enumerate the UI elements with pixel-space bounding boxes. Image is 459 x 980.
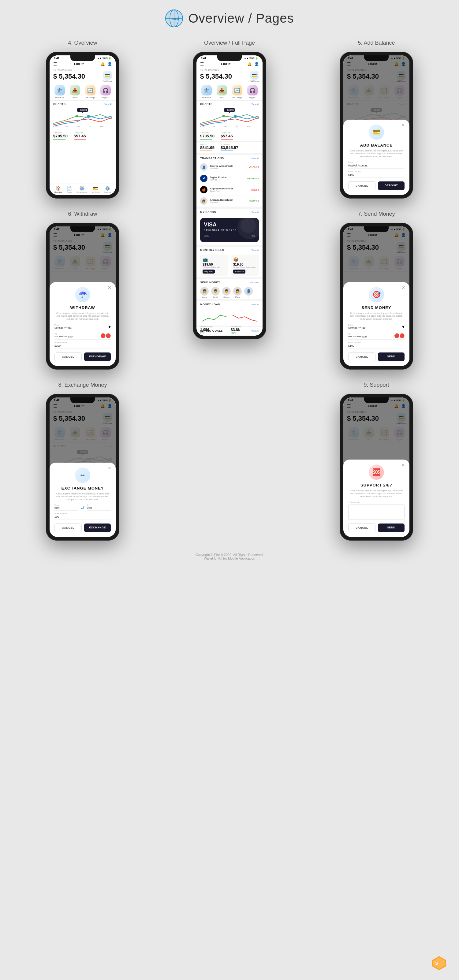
send-contact-1[interactable]: 👩 Laura <box>200 287 209 298</box>
add-money-btn-full[interactable]: 💳 Add Money <box>250 71 259 82</box>
withdraw-from-field: From Savings (***411) ▾ <box>54 324 111 331</box>
phone-notch-full <box>217 56 242 61</box>
nav-components[interactable]: ⚙️ Components <box>76 186 87 193</box>
svg-text:Apr: Apr <box>235 126 238 127</box>
exchange-from-value[interactable]: EUR <box>54 507 78 509</box>
visa-card: VISA 8156 9624 0018 1753 08/20 031 <box>200 218 259 242</box>
modal-close-btn[interactable]: ✕ <box>108 285 112 290</box>
send-contact-5[interactable]: 👤 ... <box>244 287 253 298</box>
amazon-label: Amazon Music Subscription <box>233 266 257 268</box>
send-full[interactable]: 📤 Send <box>217 85 227 99</box>
add-balance-amount-label: Enter Amount <box>348 170 405 173</box>
nav-overview[interactable]: 🏠 Overview <box>54 186 62 193</box>
amazon-pay-btn[interactable]: Pay Now <box>233 270 245 274</box>
charts-view-all-full[interactable]: View All <box>252 103 259 105</box>
transactions-header: TRANSACTIONS View All <box>196 153 263 162</box>
mastercard-send-icon: 🔴🔴 <box>394 333 405 338</box>
exchange-cancel-btn[interactable]: CANCEL <box>54 523 82 532</box>
add-balance-modal-title: ADD BALANCE <box>348 143 405 148</box>
nav-pages-label: Pages <box>67 191 72 193</box>
send-money-cancel-btn[interactable]: CANCEL <box>348 352 376 361</box>
add-balance-modal-overlay: ✕ 💳 ADD BALANCE Certe, inquam, pertinax … <box>343 56 410 195</box>
support-comments-textarea[interactable] <box>348 504 405 520</box>
send-avatars-row: 👩 Laura 👨 Daniel 👨 George <box>196 286 263 299</box>
send-money-modal-close[interactable]: ✕ <box>402 285 405 290</box>
withdraw-full[interactable]: 🏦 Withdraw <box>201 85 212 99</box>
appletv-pay-btn[interactable]: Pay Now <box>202 270 215 274</box>
withdraw-modal-buttons: CANCEL WITHDRAW <box>54 352 111 361</box>
nav-pages[interactable]: 📄 Pages <box>67 186 72 193</box>
charts-view-all[interactable]: View All <box>105 103 112 105</box>
nav-settings[interactable]: ⚙️ Settings <box>104 186 111 193</box>
notification-icon[interactable]: 🔔 <box>100 62 105 66</box>
notification-icon-full[interactable]: 🔔 <box>247 62 252 66</box>
support-modal-desc: Certe, inquam, pertinax non intellegemus… <box>348 489 405 498</box>
phone-exchange: 9:41 ▲▲ WiFi 🔋 ☰ FinHit 🔔 👤 <box>46 394 120 541</box>
exchange-action[interactable]: 🔄 Exchange <box>85 85 96 99</box>
support-modal-close[interactable]: ✕ <box>402 463 405 468</box>
page-wrapper: Fin Hit Overview / Pages 4. Overview 9:4… <box>0 0 459 566</box>
add-balance-deposit-btn[interactable]: DEPOSIT <box>378 181 405 190</box>
hamburger-full[interactable]: ☰ <box>200 62 204 67</box>
exchange-action-btn[interactable]: EXCHANGE <box>84 523 111 532</box>
send-money-icon-container: 🎯 <box>348 287 405 302</box>
exchange-full[interactable]: 🔄 Exchange <box>232 85 242 99</box>
avatar-icon-full[interactable]: 👤 <box>254 62 259 66</box>
money-loan-view-all[interactable]: View All <box>252 304 259 305</box>
action-row-full: 🏦 Withdraw 📤 Send 🔄 Exchange <box>196 84 263 101</box>
transactions-view-all[interactable]: View All <box>252 157 259 159</box>
status-time-full: 9:41 <box>201 57 206 60</box>
send-contact-4[interactable]: 👩 Maya <box>233 287 242 298</box>
send-contact-2[interactable]: 👨 Daniel <box>211 287 220 298</box>
support-full[interactable]: 🎧 Support <box>247 85 258 99</box>
add-balance-modal-icon: 💳 <box>369 124 384 140</box>
send-action[interactable]: 📤 Send <box>70 85 80 99</box>
charts-section: CHARTS View All + $2,395 <box>49 101 116 130</box>
logo-globe-icon: Fin Hit <box>165 9 183 27</box>
support-action[interactable]: 🎧 Support <box>100 85 111 99</box>
send-contact-3[interactable]: 👨 George <box>222 287 231 298</box>
sketch-badge: S <box>432 956 447 971</box>
nav-settings-icon: ⚙️ <box>105 186 110 191</box>
send-money-to-value[interactable]: **** **** **** 5324 <box>348 335 367 338</box>
add-balance-cancel-btn[interactable]: CANCEL <box>348 181 376 190</box>
footer-copyright: Copyright © FinHit 2020. All Rights Rese… <box>6 553 453 557</box>
add-money-button[interactable]: 💳 Add Money <box>103 71 112 82</box>
overview-label: 4. Overview <box>68 40 97 46</box>
send-money-amount-input[interactable]: $100 <box>348 344 405 349</box>
send-money-add-new[interactable]: Add New <box>250 282 259 284</box>
withdraw-modal-desc: Certe, inquam, pertinax non intellegemus… <box>54 312 111 321</box>
send-money-from-value[interactable]: Savings (***411) <box>348 326 366 329</box>
nav-cards[interactable]: 💳 My Cards <box>92 186 100 193</box>
exchange-to-value[interactable]: USD <box>87 507 111 509</box>
trans-info-3: App Store Purchase Apple Pay <box>210 187 250 192</box>
chevron-down-send-icon: ▾ <box>402 324 405 329</box>
support-send-btn[interactable]: SEND <box>378 523 405 532</box>
monthly-bills-view-all[interactable]: View All <box>252 249 259 251</box>
withdraw-modal-title: WITHDRAW <box>54 305 111 310</box>
add-balance-modal-close[interactable]: ✕ <box>402 123 405 127</box>
header-icons-full: 🔔 👤 <box>247 62 259 66</box>
withdraw-modal-icon: ☂️ <box>75 287 90 302</box>
appletv-label: TV Media Subscription <box>202 266 226 268</box>
svg-text:S: S <box>435 961 438 966</box>
exchange-amount-input[interactable]: 100 <box>54 515 111 520</box>
my-cards-view-all[interactable]: View All <box>252 211 259 213</box>
add-balance-from-value[interactable]: PayPal Account <box>348 164 405 169</box>
withdraw-action[interactable]: 🏦 Withdraw <box>54 85 65 99</box>
section-exchange: 8. Exchange Money 9:41 ▲▲ WiFi 🔋 ☰ FinHi… <box>43 376 123 547</box>
send-money-send-btn[interactable]: SEND <box>378 352 405 361</box>
exchange-modal-overlay: ✕ ↔️ EXCHANGE MONEY Certe, inquam, perti… <box>49 398 116 537</box>
withdraw-amount-input[interactable]: $100 <box>54 344 111 349</box>
withdraw-action-btn[interactable]: WITHDRAW <box>84 352 111 361</box>
action-row: 🏦 Withdraw 📤 Send 🔄 Exchange <box>49 84 116 101</box>
mini-chart-full: + $2,395 Jan Feb <box>200 107 259 128</box>
add-balance-amount-input[interactable]: $100 <box>348 173 405 178</box>
support-cancel-btn[interactable]: CANCEL <box>348 523 376 532</box>
avatar-icon[interactable]: 👤 <box>107 62 112 66</box>
exchange-modal-close[interactable]: ✕ <box>108 466 112 471</box>
footer-sub: Wallet UI Kit for Mobile Application <box>6 557 453 560</box>
hamburger-icon[interactable]: ☰ <box>53 62 57 67</box>
withdraw-cancel-btn[interactable]: CANCEL <box>54 352 82 361</box>
exchange-section-label: 8. Exchange Money <box>58 382 107 388</box>
